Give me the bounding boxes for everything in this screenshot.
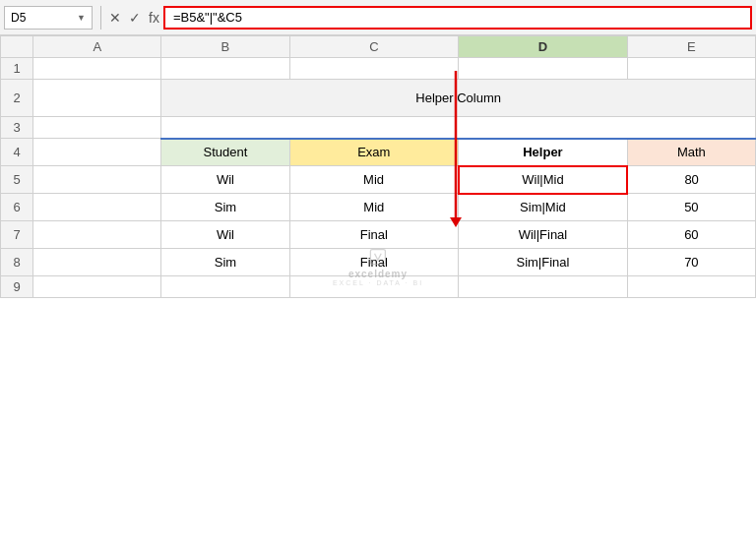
row-header-8: 8 bbox=[1, 249, 33, 276]
cell-B4-header-student[interactable]: Student bbox=[161, 139, 289, 166]
corner-cell bbox=[1, 36, 33, 58]
cancel-icon[interactable]: ✕ bbox=[109, 10, 121, 26]
row-6: 6 Sim Mid Sim|Mid 50 bbox=[1, 194, 756, 221]
cell-A4[interactable] bbox=[33, 139, 161, 166]
cell-B5[interactable]: Wil bbox=[161, 166, 289, 194]
row-4: 4 Student Exam Helper Math bbox=[1, 139, 756, 166]
row-7: 7 Wil Final Wil|Final 60 bbox=[1, 221, 756, 249]
cell-E5[interactable]: 80 bbox=[627, 166, 755, 194]
sheet-area: A B C D E 1 2 Helper Column bbox=[0, 35, 756, 298]
svg-rect-2 bbox=[370, 250, 385, 265]
row-header-2: 2 bbox=[1, 80, 33, 117]
row-header-7: 7 bbox=[1, 221, 33, 249]
cell-A6[interactable] bbox=[33, 194, 161, 221]
cell-C7[interactable]: Final bbox=[289, 221, 459, 249]
watermark-name: exceldemy bbox=[348, 269, 408, 279]
row-header-6: 6 bbox=[1, 194, 33, 221]
cell-D4-header-helper[interactable]: Helper bbox=[459, 139, 628, 166]
cell-A3[interactable] bbox=[33, 117, 161, 139]
cell-C1[interactable] bbox=[289, 58, 459, 80]
cell-D1[interactable] bbox=[459, 58, 628, 80]
cell-D9[interactable] bbox=[459, 276, 628, 298]
row-header-3: 3 bbox=[1, 117, 33, 139]
cell-D7[interactable]: Wil|Final bbox=[459, 221, 628, 249]
watermark-logo-icon bbox=[368, 247, 388, 267]
cell-reference-text: D5 bbox=[11, 11, 26, 25]
row-header-4: 4 bbox=[1, 139, 33, 166]
cell-E4-header-math[interactable]: Math bbox=[627, 139, 755, 166]
col-header-B[interactable]: B bbox=[161, 36, 289, 58]
row-header-1: 1 bbox=[1, 58, 33, 80]
cell-reference-box[interactable]: D5 ▼ bbox=[4, 6, 93, 30]
spreadsheet-title: Helper Column bbox=[415, 91, 501, 105]
col-header-C[interactable]: C bbox=[289, 36, 459, 58]
cell-B9[interactable] bbox=[161, 276, 289, 298]
column-header-row: A B C D E bbox=[1, 36, 756, 58]
cell-D8[interactable]: Sim|Final bbox=[459, 249, 628, 276]
watermark-sub: EXCEL · DATA · BI bbox=[333, 279, 423, 286]
cell-B1[interactable] bbox=[161, 58, 289, 80]
row-header-9: 9 bbox=[1, 276, 33, 298]
cell-D6[interactable]: Sim|Mid bbox=[459, 194, 628, 221]
row-2: 2 Helper Column bbox=[1, 80, 756, 117]
formula-bar: D5 ▼ ✕ ✓ fx =B5&"|"&C5 bbox=[0, 0, 756, 35]
cell-C4-header-exam[interactable]: Exam bbox=[289, 139, 459, 166]
row-1: 1 bbox=[1, 58, 756, 80]
cell-A8[interactable] bbox=[33, 249, 161, 276]
title-cell: Helper Column bbox=[161, 80, 756, 117]
underline-cell bbox=[161, 117, 756, 139]
cell-A9[interactable] bbox=[33, 276, 161, 298]
cell-B6[interactable]: Sim bbox=[161, 194, 289, 221]
cell-A5[interactable] bbox=[33, 166, 161, 194]
cell-A1[interactable] bbox=[33, 58, 161, 80]
cell-E8[interactable]: 70 bbox=[627, 249, 755, 276]
cell-B7[interactable]: Wil bbox=[161, 221, 289, 249]
fx-icon[interactable]: fx bbox=[149, 10, 159, 26]
formula-text: =B5&"|"&C5 bbox=[173, 10, 242, 25]
col-header-D[interactable]: D bbox=[459, 36, 628, 58]
cell-B8[interactable]: Sim bbox=[161, 249, 289, 276]
cell-E9[interactable] bbox=[627, 276, 755, 298]
cell-E1[interactable] bbox=[627, 58, 755, 80]
cell-E6[interactable]: 50 bbox=[627, 194, 755, 221]
chevron-down-icon: ▼ bbox=[77, 13, 86, 23]
cell-E7[interactable]: 60 bbox=[627, 221, 755, 249]
row-3: 3 bbox=[1, 117, 756, 139]
confirm-icon[interactable]: ✓ bbox=[129, 10, 141, 26]
cell-A7[interactable] bbox=[33, 221, 161, 249]
formula-input[interactable]: =B5&"|"&C5 bbox=[163, 6, 752, 30]
col-header-A[interactable]: A bbox=[33, 36, 161, 58]
row-header-5: 5 bbox=[1, 166, 33, 194]
col-header-E[interactable]: E bbox=[627, 36, 755, 58]
watermark: exceldemy EXCEL · DATA · BI bbox=[333, 247, 423, 286]
cell-A2[interactable] bbox=[33, 80, 161, 117]
cell-D5[interactable]: Wil|Mid bbox=[459, 166, 628, 194]
formula-icons: ✕ ✓ fx bbox=[109, 10, 159, 26]
cell-C5[interactable]: Mid bbox=[289, 166, 459, 194]
separator bbox=[100, 6, 101, 30]
row-5: 5 Wil Mid Wil|Mid 80 bbox=[1, 166, 756, 194]
cell-C6[interactable]: Mid bbox=[289, 194, 459, 221]
